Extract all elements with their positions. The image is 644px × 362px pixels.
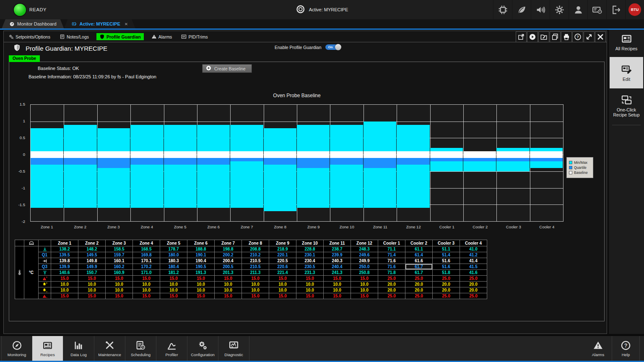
cell-min-6[interactable]: 188.8 <box>187 246 215 252</box>
toolbar-pop-out-icon[interactable] <box>516 31 527 42</box>
nav-item-diagnostic[interactable]: Diagnostic <box>218 336 249 361</box>
cell-warn_high-1[interactable]: 10.0 <box>51 282 78 287</box>
cell-median-3[interactable]: 160.1 <box>106 258 133 264</box>
cell-warn_high-2[interactable]: 10.0 <box>78 282 106 287</box>
subtab-alarms[interactable]: Alarms <box>150 33 174 40</box>
cell-max-7[interactable]: 201.3 <box>215 270 242 276</box>
cell-median-2[interactable]: 149.8 <box>78 258 106 264</box>
cell-median-6[interactable]: 190.4 <box>187 258 215 264</box>
cell-warn_high-4[interactable]: 10.0 <box>133 282 160 287</box>
cell-warn_low-15[interactable]: 20.0 <box>433 287 460 293</box>
cell-warn_low-2[interactable]: 10.0 <box>78 287 106 293</box>
cell-warn_high-16[interactable]: 20.0 <box>460 282 487 287</box>
cell-alarm_high-11[interactable]: 15.0 <box>324 276 351 282</box>
nav-item-scheduling[interactable]: Scheduling <box>125 336 156 361</box>
cell-q1-12[interactable]: 249.6 <box>351 252 378 258</box>
subtab-profile-guardian[interactable]: Profile Guardian <box>96 33 144 40</box>
cell-min-1[interactable]: 138.2 <box>51 246 78 252</box>
cell-alarm_low-7[interactable]: 15.0 <box>215 293 242 299</box>
cell-min-14[interactable]: 61.1 <box>405 246 433 252</box>
cell-q1-14[interactable]: 61.4 <box>405 252 433 258</box>
cell-max-14[interactable]: 61.7 <box>405 270 433 276</box>
nav-item-configuration[interactable]: Configuration <box>187 336 218 361</box>
cell-warn_high-12[interactable]: 10.0 <box>351 282 378 287</box>
nav-item-maintenance[interactable]: Maintenance <box>94 336 125 361</box>
toggle-knob[interactable] <box>335 44 341 50</box>
cell-alarm_high-10[interactable]: 15.0 <box>296 276 324 282</box>
cell-warn_low-13[interactable]: 20.0 <box>378 287 405 293</box>
cell-q1-5[interactable]: 180.0 <box>160 252 187 258</box>
cell-warn_low-9[interactable]: 10.0 <box>269 287 296 293</box>
cell-alarm_high-14[interactable]: 25.0 <box>405 276 433 282</box>
cell-alarm_low-5[interactable]: 15.0 <box>160 293 187 299</box>
cell-q3-9[interactable]: 220.6 <box>269 264 296 270</box>
cell-warn_high-8[interactable]: 10.0 <box>242 282 269 287</box>
brand-slot[interactable]: BTU <box>625 0 644 19</box>
cell-warn_low-14[interactable]: 20.0 <box>405 287 433 293</box>
cell-max-8[interactable]: 211.3 <box>242 270 269 276</box>
cell-warn_low-16[interactable]: 20.0 <box>460 287 487 293</box>
cell-alarm_high-5[interactable]: 15.0 <box>160 276 187 282</box>
cell-alarm_low-6[interactable]: 15.0 <box>187 293 215 299</box>
cell-median-12[interactable]: 249.9 <box>351 258 378 264</box>
cell-warn_high-6[interactable]: 10.0 <box>187 282 215 287</box>
cell-q3-7[interactable]: 200.5 <box>215 264 242 270</box>
cell-median-10[interactable]: 230.4 <box>296 258 324 264</box>
cell-median-8[interactable]: 210.5 <box>242 258 269 264</box>
cell-alarm_low-2[interactable]: 15.0 <box>78 293 106 299</box>
cell-min-3[interactable]: 158.5 <box>106 246 133 252</box>
toolbar-close-icon[interactable] <box>595 31 606 42</box>
cell-q3-8[interactable]: 210.5 <box>242 264 269 270</box>
cell-alarm_low-16[interactable]: 25.0 <box>460 293 487 299</box>
cell-min-12[interactable]: 248.3 <box>351 246 378 252</box>
cell-q3-5[interactable]: 180.4 <box>160 264 187 270</box>
cell-warn_low-1[interactable]: 10.0 <box>51 287 78 293</box>
cell-alarm_low-3[interactable]: 15.0 <box>106 293 133 299</box>
cell-q3-10[interactable]: 230.5 <box>296 264 324 270</box>
cell-median-15[interactable]: 51.6 <box>433 258 460 264</box>
cell-median-16[interactable]: 41.4 <box>460 258 487 264</box>
toolbar-play-icon[interactable] <box>527 31 538 42</box>
toolbar-help-icon[interactable]: ? <box>572 31 583 42</box>
cell-min-8[interactable]: 208.8 <box>242 246 269 252</box>
cell-warn_high-7[interactable]: 10.0 <box>215 282 242 287</box>
cell-alarm_high-3[interactable]: 15.0 <box>106 276 133 282</box>
cell-q3-4[interactable]: 170.2 <box>133 264 160 270</box>
cell-q3-2[interactable]: 149.9 <box>78 264 106 270</box>
cell-min-13[interactable]: 71.1 <box>378 246 405 252</box>
cell-q1-10[interactable]: 230.1 <box>296 252 324 258</box>
cell-warn_low-11[interactable]: 10.0 <box>324 287 351 293</box>
cell-alarm_high-8[interactable]: 15.0 <box>242 276 269 282</box>
cell-q3-1[interactable]: 139.9 <box>51 264 78 270</box>
enable-toggle[interactable]: On <box>325 44 341 50</box>
cell-max-1[interactable]: 140.6 <box>51 270 78 276</box>
cell-q3-3[interactable]: 160.2 <box>106 264 133 270</box>
cell-warn_high-15[interactable]: 20.0 <box>433 282 460 287</box>
sys-logout-icon[interactable] <box>606 0 625 19</box>
cell-alarm_low-14[interactable]: 25.0 <box>405 293 433 299</box>
cell-min-9[interactable]: 218.9 <box>269 246 296 252</box>
subtab-notes-logs[interactable]: Notes/Logs <box>58 33 91 40</box>
tab-oven-probe[interactable]: Oven Probe <box>9 55 40 62</box>
cell-max-12[interactable]: 250.8 <box>351 270 378 276</box>
cell-min-2[interactable]: 148.2 <box>78 246 106 252</box>
cell-max-5[interactable]: 181.2 <box>160 270 187 276</box>
sys-eco-leaf-icon[interactable] <box>512 0 531 19</box>
cell-max-2[interactable]: 150.7 <box>78 270 106 276</box>
cell-max-10[interactable]: 231.3 <box>296 270 324 276</box>
cell-min-10[interactable]: 228.8 <box>296 246 324 252</box>
nav-item-help[interactable]: ?Help <box>612 336 640 361</box>
cell-q1-11[interactable]: 239.9 <box>324 252 351 258</box>
cell-min-15[interactable]: 51.1 <box>433 246 460 252</box>
cell-q3-11[interactable]: 240.4 <box>324 264 351 270</box>
nav-item-data-log[interactable]: Data Log <box>63 336 94 361</box>
cell-warn_high-9[interactable]: 10.0 <box>269 282 296 287</box>
nav-item-monitoring[interactable]: Monitoring <box>1 336 32 361</box>
cell-median-1[interactable]: 139.8 <box>51 258 78 264</box>
cell-median-4[interactable]: 170.1 <box>133 258 160 264</box>
cell-alarm_high-7[interactable]: 15.0 <box>215 276 242 282</box>
nav-item-recipes[interactable]: Recipes <box>32 336 63 361</box>
cell-min-16[interactable]: 41.0 <box>460 246 487 252</box>
cell-max-6[interactable]: 191.3 <box>187 270 215 276</box>
cell-warn_high-5[interactable]: 10.0 <box>160 282 187 287</box>
